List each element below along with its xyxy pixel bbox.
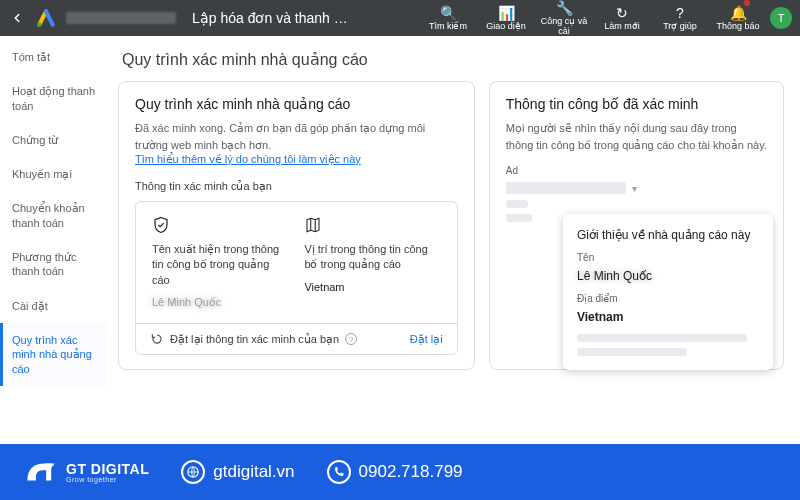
sidebar-item-documents[interactable]: Chứng từ <box>0 123 108 157</box>
notification-dot <box>744 0 750 6</box>
svg-rect-1 <box>46 464 51 481</box>
verified-name-label: Tên xuất hiện trong thông tin công bố tr… <box>152 242 288 288</box>
page-title: Quy trình xác minh nhà quảng cáo <box>122 50 784 69</box>
refresh-nav[interactable]: ↻ Làm mới <box>596 0 648 36</box>
verification-heading: Quy trình xác minh nhà quảng cáo <box>135 96 458 112</box>
main-content: Quy trình xác minh nhà quảng cáo Quy trì… <box>108 36 800 444</box>
verification-card: Quy trình xác minh nhà quảng cáo Đã xác … <box>118 81 475 370</box>
popover-name-label: Tên <box>577 252 759 263</box>
brand-tagline: Grow together <box>66 476 149 483</box>
popover-loc-label: Địa điểm <box>577 293 759 304</box>
svg-point-0 <box>37 23 41 27</box>
ad-skeleton-line <box>506 200 528 208</box>
brand-block: GT DIGITAL Grow together <box>24 457 149 487</box>
account-name-redacted <box>66 12 176 24</box>
globe-icon <box>181 460 205 484</box>
section-title: Lập hóa đơn và thanh … <box>192 10 348 26</box>
brand-name: GT DIGITAL <box>66 462 149 476</box>
verification-body: Đã xác minh xong. Cảm ơn bạn đã góp phần… <box>135 120 458 153</box>
top-nav-icons: 🔍 Tìm kiếm 📊 Giao diện 🔧 Công cụ và cài … <box>422 0 764 36</box>
phone-block: 0902.718.799 <box>327 460 463 484</box>
phone-icon <box>327 460 351 484</box>
popover-loc-value: Vietnam <box>577 310 759 324</box>
ad-skeleton-headline <box>506 182 626 194</box>
branding-footer: GT DIGITAL Grow together gtdigital.vn 09… <box>0 444 800 500</box>
sidebar-item-verification[interactable]: Quy trình xác minh nhà quảng cáo <box>0 323 108 386</box>
tools-nav[interactable]: 🔧 Công cụ và cài <box>538 0 590 36</box>
popover-skeleton <box>577 348 687 356</box>
verified-name-value: Lê Minh Quốc <box>152 296 288 309</box>
verified-location-value: Vietnam <box>304 281 440 293</box>
popover-skeleton <box>577 334 747 342</box>
reports-nav[interactable]: 📊 Giao diện <box>480 0 532 36</box>
sidebar-item-transfer[interactable]: Chuyển khoản thanh toán <box>0 191 108 240</box>
chevron-down-icon: ▾ <box>632 183 637 194</box>
sidebar-item-settings[interactable]: Cài đặt <box>0 289 108 323</box>
google-ads-logo <box>36 8 56 28</box>
sidebar-item-methods[interactable]: Phương thức thanh toán <box>0 240 108 289</box>
learn-more-link[interactable]: Tìm hiểu thêm về lý do chúng tôi làm việ… <box>135 153 458 166</box>
help-icon: ? <box>676 5 684 21</box>
search-nav[interactable]: 🔍 Tìm kiếm <box>422 0 474 36</box>
sidebar-item-activity[interactable]: Hoạt động thanh toán <box>0 74 108 123</box>
reset-action-link[interactable]: Đặt lại <box>410 333 443 346</box>
verified-name-col: Tên xuất hiện trong thông tin công bố tr… <box>152 216 288 309</box>
notifications-nav[interactable]: 🔔 Thông báo <box>712 0 764 36</box>
help-tooltip-icon[interactable]: ? <box>345 333 357 345</box>
help-nav[interactable]: ? Trợ giúp <box>654 0 706 36</box>
verified-location-col: Vị trí trong thông tin công bố trong quả… <box>304 216 440 309</box>
disclosure-heading: Thông tin công bố đã xác minh <box>506 96 767 112</box>
ad-label: Ad <box>506 165 767 176</box>
popover-heading: Giới thiệu về nhà quảng cáo này <box>577 228 759 242</box>
gt-logo-icon <box>24 457 58 487</box>
sidebar-item-promotions[interactable]: Khuyến mại <box>0 157 108 191</box>
website-block: gtdigital.vn <box>181 460 294 484</box>
ad-skeleton-line <box>506 214 532 222</box>
disclosure-body: Mọi người sẽ nhìn thấy nội dung sau đây … <box>506 120 767 153</box>
reset-icon <box>150 332 164 346</box>
user-avatar[interactable]: T <box>770 7 792 29</box>
search-icon: 🔍 <box>440 5 457 21</box>
verification-info-box: Tên xuất hiện trong thông tin công bố tr… <box>135 201 458 355</box>
phone-text: 0902.718.799 <box>359 462 463 482</box>
website-text: gtdigital.vn <box>213 462 294 482</box>
billing-sidebar: Tóm tắt Hoạt động thanh toán Chứng từ Kh… <box>0 36 108 444</box>
bell-icon: 🔔 <box>730 5 747 21</box>
your-info-label: Thông tin xác minh của bạn <box>135 180 458 193</box>
popover-name-value: Lê Minh Quốc <box>577 269 759 283</box>
reset-row: Đặt lại thông tin xác minh của bạn ? Đặt… <box>136 323 457 354</box>
advertiser-info-popover: Giới thiệu về nhà quảng cáo này Tên Lê M… <box>563 214 773 370</box>
sidebar-item-summary[interactable]: Tóm tắt <box>0 40 108 74</box>
back-button[interactable] <box>8 11 26 25</box>
disclosure-card: Thông tin công bố đã xác minh Mọi người … <box>489 81 784 370</box>
map-icon <box>304 216 440 234</box>
refresh-icon: ↻ <box>616 5 628 21</box>
shield-icon <box>152 216 288 234</box>
tools-icon: 🔧 <box>556 0 573 16</box>
reports-icon: 📊 <box>498 5 515 21</box>
reset-label: Đặt lại thông tin xác minh của bạn <box>170 333 339 346</box>
verified-location-label: Vị trí trong thông tin công bố trong quả… <box>304 242 440 273</box>
top-bar: Lập hóa đơn và thanh … 🔍 Tìm kiếm 📊 Giao… <box>0 0 800 36</box>
